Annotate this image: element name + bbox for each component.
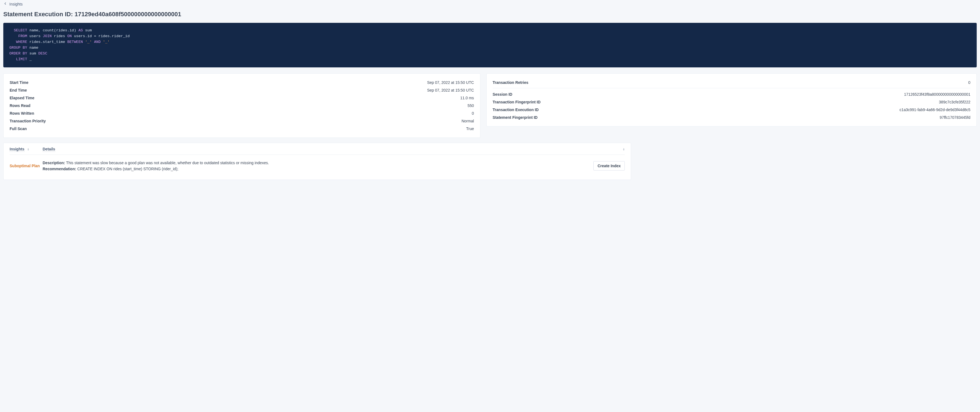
recommendation-label: Recommendation: [43, 167, 76, 171]
row-txn-fingerprint: Transaction Fingerprint ID389c7c3cfe35f2… [493, 98, 970, 106]
sort-icon: ▲▼ [27, 148, 29, 151]
create-index-button[interactable]: Create Index [593, 161, 625, 170]
insight-details: Description: This statement was slow bec… [43, 160, 590, 172]
row-rows-read: Rows Read550 [10, 102, 474, 110]
row-txn-retries: Transaction Retries0 [493, 79, 970, 86]
execution-id-value: 17129ed40a608f500000000000000001 [75, 11, 181, 17]
row-end-time: End TimeSep 07, 2022 at 15:50 UTC [10, 86, 474, 94]
insight-row: Suboptimal Plan Description: This statem… [10, 155, 625, 177]
row-elapsed-time: Elapsed Time11.0 ms [10, 94, 474, 102]
sql-statement-block: SELECT name, count(rides.id) AS sum FROM… [3, 23, 977, 67]
insights-panel: Insights ▲▼ Details ▲▼ Suboptimal Plan D… [3, 143, 631, 180]
back-arrow-icon [3, 2, 7, 6]
row-txn-exec-id: Transaction Execution IDc1a3c991-fab9-4a… [493, 106, 970, 114]
page-title: Statement Execution ID: 17129ed40a608f50… [3, 11, 977, 18]
row-full-scan: Full ScanTrue [10, 125, 474, 132]
breadcrumb-label: Insights [10, 2, 22, 6]
row-rows-written: Rows Written0 [10, 110, 474, 117]
row-session-id: Session ID17126523f43f8a8000000000000000… [493, 91, 970, 98]
column-header-details[interactable]: Details ▲▼ [43, 147, 625, 152]
sort-icon: ▲▼ [622, 148, 625, 151]
summary-panel-right: Transaction Retries0 Session ID17126523f… [487, 73, 977, 127]
row-txn-priority: Transaction PriorityNormal [10, 117, 474, 125]
breadcrumb[interactable]: Insights [3, 0, 977, 9]
description-text: This statement was slow because a good p… [66, 161, 269, 165]
row-start-time: Start TimeSep 07, 2022 at 15:50 UTC [10, 79, 474, 86]
insights-table-header: Insights ▲▼ Details ▲▼ [10, 147, 625, 155]
recommendation-text: CREATE INDEX ON rides (start_time) STORI… [77, 167, 178, 171]
row-stmt-fingerprint: Statement Fingerprint ID97ffc170783445fd [493, 114, 970, 121]
insight-name: Suboptimal Plan [10, 164, 43, 168]
column-header-insights[interactable]: Insights ▲▼ [10, 147, 43, 152]
divider [493, 88, 970, 88]
summary-panel-left: Start TimeSep 07, 2022 at 15:50 UTC End … [3, 73, 480, 138]
description-label: Description: [43, 161, 65, 165]
sql-content: SELECT name, count(rides.id) AS sum FROM… [10, 28, 130, 61]
